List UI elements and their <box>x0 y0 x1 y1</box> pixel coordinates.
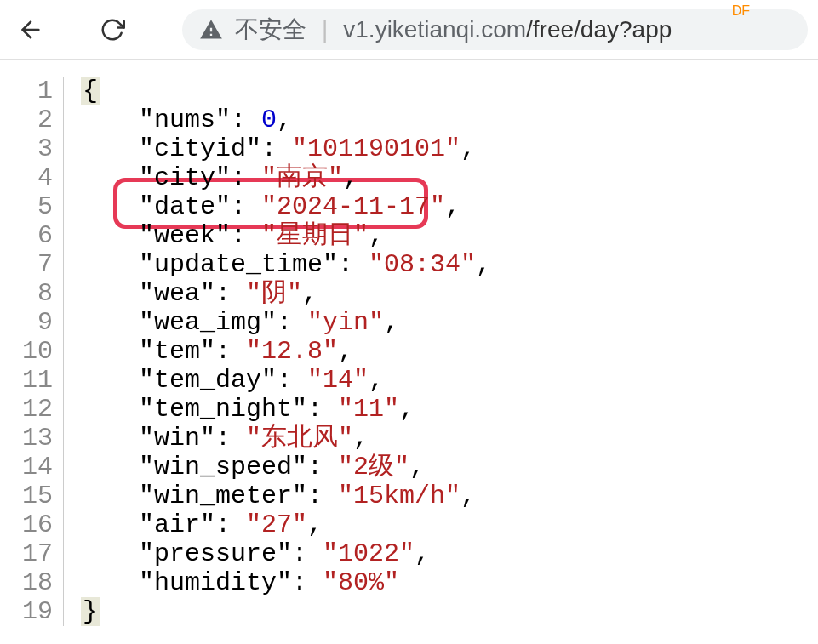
line-number: 6 <box>0 221 53 250</box>
code-line: "wea": "阴", <box>81 279 491 308</box>
reload-button[interactable] <box>92 9 133 50</box>
line-number: 13 <box>0 424 53 453</box>
divider: | <box>322 16 328 43</box>
code-line: "update_time": "08:34", <box>81 250 491 279</box>
code-line: "pressure": "1022", <box>81 539 491 568</box>
line-number: 5 <box>0 192 53 221</box>
reload-icon <box>100 17 125 43</box>
code-line: "win": "东北风", <box>81 424 491 453</box>
line-number: 11 <box>0 366 53 395</box>
line-number: 16 <box>0 510 53 539</box>
arrow-left-icon <box>17 16 44 43</box>
code-line: { <box>81 77 491 105</box>
code-line: "cityid": "101190101", <box>81 134 491 163</box>
line-number: 14 <box>0 453 53 482</box>
code-viewer: 1 2 3 4 5 6 7 8 9 10 11 12 13 14 15 16 1… <box>0 60 818 626</box>
code-line: "week": "星期日", <box>81 221 491 250</box>
line-number: 15 <box>0 482 53 510</box>
line-number: 12 <box>0 395 53 424</box>
line-number: 1 <box>0 77 53 105</box>
line-number: 17 <box>0 539 53 568</box>
code-line: "air": "27", <box>81 510 491 539</box>
security-label: 不安全 <box>235 14 306 46</box>
address-bar[interactable]: 不安全 | v1.yiketianqi.com/free/day?app <box>182 9 808 50</box>
code-line: "city": "南京", <box>81 163 491 192</box>
line-number: 9 <box>0 308 53 337</box>
df-badge: DF <box>732 3 750 19</box>
line-number: 10 <box>0 337 53 366</box>
line-number: 7 <box>0 250 53 279</box>
code-line: } <box>81 597 491 626</box>
code-line: "tem_night": "11", <box>81 395 491 424</box>
line-number: 8 <box>0 279 53 308</box>
url-text: v1.yiketianqi.com/free/day?app <box>343 16 672 43</box>
line-gutter: 1 2 3 4 5 6 7 8 9 10 11 12 13 14 15 16 1… <box>0 77 64 626</box>
line-number: 18 <box>0 568 53 597</box>
warning-icon <box>199 18 223 42</box>
code-line: "date": "2024-11-17", <box>81 192 491 221</box>
code-line: "wea_img": "yin", <box>81 308 491 337</box>
code-content[interactable]: { "nums": 0, "cityid": "101190101", "cit… <box>64 77 491 626</box>
line-number: 4 <box>0 163 53 192</box>
browser-toolbar: 不安全 | v1.yiketianqi.com/free/day?app DF <box>0 0 818 60</box>
line-number: 19 <box>0 597 53 626</box>
code-line: "tem_day": "14", <box>81 366 491 395</box>
code-line: "humidity": "80%" <box>81 568 491 597</box>
code-line: "win_meter": "15km/h", <box>81 482 491 510</box>
code-line: "win_speed": "2级", <box>81 453 491 482</box>
code-line: "nums": 0, <box>81 105 491 134</box>
line-number: 3 <box>0 134 53 163</box>
line-number: 2 <box>0 105 53 134</box>
code-line: "tem": "12.8", <box>81 337 491 366</box>
back-button[interactable] <box>10 9 51 50</box>
